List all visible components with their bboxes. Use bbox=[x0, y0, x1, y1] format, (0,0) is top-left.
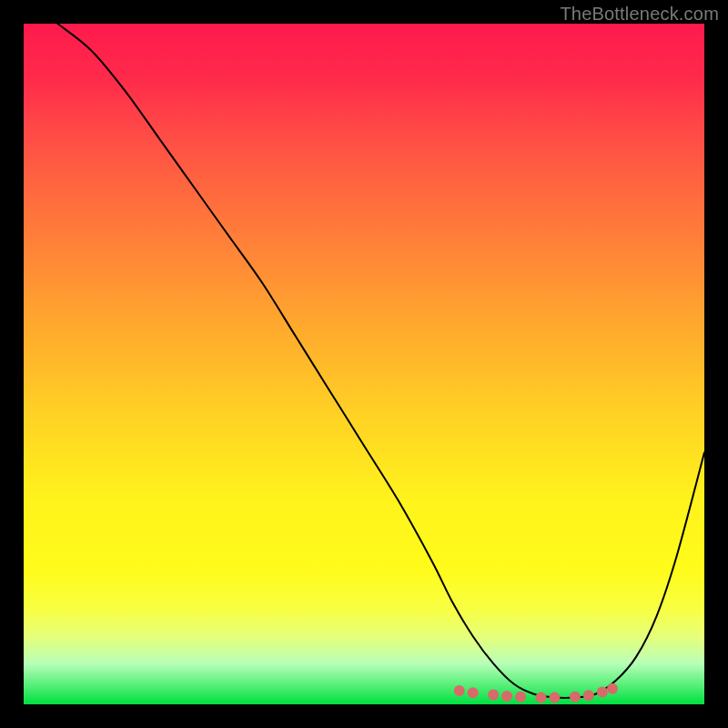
markers-layer bbox=[24, 24, 704, 704]
bottom-dot bbox=[549, 693, 560, 703]
bottom-dot bbox=[570, 692, 581, 703]
bottom-dot-group bbox=[454, 683, 618, 703]
bottom-dot bbox=[454, 685, 465, 696]
bottom-dot bbox=[583, 690, 594, 701]
bottom-dot bbox=[488, 690, 499, 701]
bottom-dot bbox=[597, 687, 608, 698]
watermark-text: TheBottleneck.com bbox=[560, 4, 719, 25]
bottom-dot bbox=[468, 687, 479, 698]
bottom-dot bbox=[501, 691, 512, 702]
bottom-dot bbox=[535, 693, 546, 703]
chart-stage: TheBottleneck.com bbox=[0, 0, 728, 728]
bottom-dot bbox=[515, 692, 526, 703]
bottom-dot bbox=[607, 683, 618, 694]
plot-area bbox=[24, 24, 704, 704]
